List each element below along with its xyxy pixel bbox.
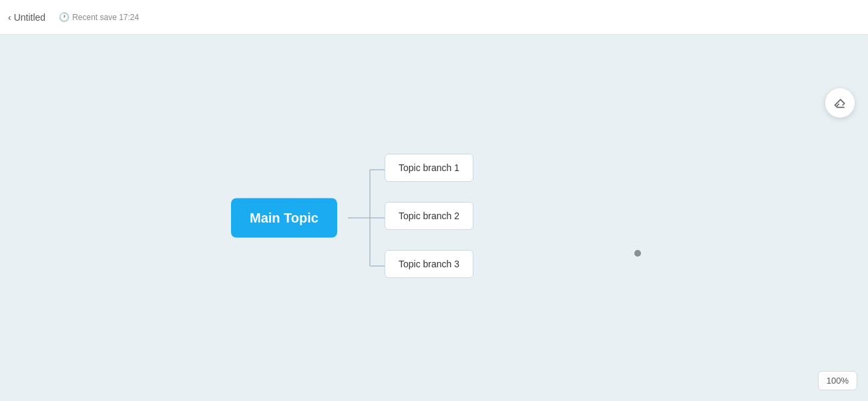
back-button[interactable]: ‹ Untitled <box>0 12 51 23</box>
file-title: Untitled <box>14 12 45 23</box>
mindmap: Main Topic Topic branch 1 Topic branch 2… <box>231 138 498 298</box>
branch-node-2[interactable]: Topic branch 2 <box>385 202 473 230</box>
branch-node-3[interactable]: Topic branch 3 <box>385 250 473 278</box>
back-icon: ‹ <box>8 12 11 23</box>
canvas[interactable]: Main Topic Topic branch 1 Topic branch 2… <box>0 35 868 401</box>
zoom-indicator: 100% <box>818 371 857 390</box>
main-topic-node[interactable]: Main Topic <box>231 198 337 238</box>
eraser-button[interactable] <box>825 88 855 118</box>
branch-node-1[interactable]: Topic branch 1 <box>385 154 473 182</box>
save-status: 🕐 Recent save 17:24 <box>51 12 147 22</box>
cursor-indicator <box>634 250 641 257</box>
clock-icon: 🕐 <box>59 12 69 22</box>
